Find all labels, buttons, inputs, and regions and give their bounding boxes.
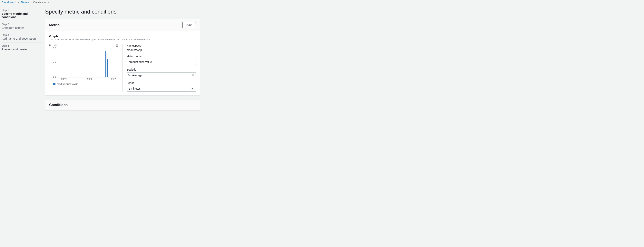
x-tick: 03/31 [110,78,116,80]
legend-swatch-icon [53,83,56,85]
step-number: Step 4 [2,44,42,47]
statistic-label: Statistic [126,68,196,71]
period-label: Period [126,81,196,84]
wizard-steps: Step 1 Specify metric and conditions Ste… [0,7,45,114]
breadcrumb: CloudWatch › Alarms › Create alarm [0,0,644,6]
y-tick: 48 [53,61,56,64]
metric-chart[interactable]: 76.3 48 19.8 [49,48,118,81]
clear-icon[interactable]: ✕ [192,74,194,77]
step-title: Specify metric and conditions [2,12,42,18]
breadcrumb-cloudwatch[interactable]: CloudWatch [2,1,16,4]
y-unit-label: No unit [49,44,118,47]
x-tick: 03/27 [61,78,67,80]
wizard-step-4[interactable]: Step 4 Preview and create [2,43,42,53]
graph-title: Graph [49,34,196,38]
step-title: Add name and description [2,37,42,40]
graph-description: This alarm will trigger when the blue li… [49,38,196,41]
x-axis: 03/27 03/29 03/31 [57,78,118,81]
plot-area [57,48,118,78]
step-title: Preview and create [2,48,42,51]
metric-panel-header: Metric [49,23,60,27]
expand-icon[interactable] [116,44,118,48]
chevron-right-icon: › [18,1,19,4]
conditions-panel: Conditions [45,100,200,110]
namespace-label: Namespace [126,44,196,47]
page-title: Specify metric and conditions [45,7,200,19]
metric-name-label: Metric name [126,55,196,58]
wizard-step-2[interactable]: Step 2 Configure actions [2,21,42,32]
conditions-panel-header: Conditions [49,103,68,107]
statistic-input[interactable] [126,72,196,78]
metric-name-input[interactable] [126,59,196,65]
chevron-right-icon: › [30,1,32,4]
wizard-step-1[interactable]: Step 1 Specify metric and conditions [2,7,42,21]
y-tick: 19.8 [51,76,56,79]
y-tick: 76.3 [51,46,56,49]
namespace-value: productsApp [126,48,196,52]
step-number: Step 2 [2,23,42,26]
period-select[interactable] [126,86,196,92]
svg-point-0 [128,74,130,76]
metric-panel: Metric Edit Graph This alarm will trigge… [45,19,200,96]
y-axis: 76.3 48 19.8 [49,48,57,78]
step-title: Configure actions [2,26,42,30]
step-number: Step 1 [2,9,42,12]
legend-label: product.price.value [57,82,78,86]
wizard-step-3[interactable]: Step 3 Add name and description [2,32,42,43]
edit-button[interactable]: Edit [182,22,196,28]
x-tick: 03/29 [86,78,92,80]
breadcrumb-current: Create alarm [33,1,49,4]
chart-legend: product.price.value [49,82,118,86]
search-icon [128,74,131,77]
step-number: Step 3 [2,34,42,36]
breadcrumb-alarms[interactable]: Alarms [20,1,29,4]
